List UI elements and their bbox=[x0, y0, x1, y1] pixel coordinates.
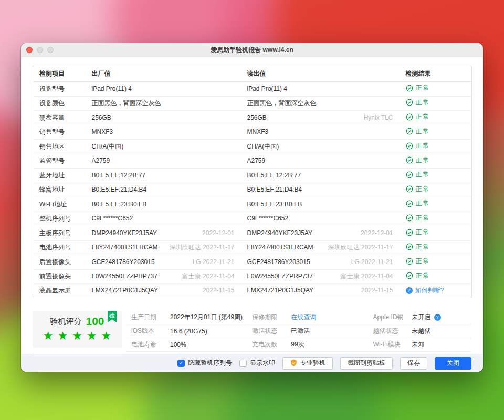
result-label: 正常 bbox=[416, 84, 430, 92]
score-box: 验 验机评分100 ★★★★★ bbox=[33, 311, 122, 348]
report-window: 爱思助手验机报告 www.i4.cn 检测项目 出厂值 读出值 检测结果 设备型… bbox=[21, 43, 483, 372]
summary-value: 未开启 bbox=[412, 313, 431, 322]
result-label: 正常 bbox=[416, 243, 430, 251]
check-circle-icon bbox=[406, 243, 413, 250]
hide-serial-toggle[interactable]: 隐藏整机序列号 bbox=[177, 359, 232, 368]
result-normal: 正常 bbox=[406, 128, 430, 135]
item-label: 销售型号 bbox=[39, 128, 65, 135]
factory-value: F0W24550FZZPRP737 bbox=[92, 272, 158, 280]
summary-value: 99次 bbox=[291, 340, 304, 349]
check-circle-icon bbox=[406, 99, 413, 106]
pro-check-button[interactable]: 专业验机 bbox=[282, 357, 333, 370]
minimize-window-button[interactable] bbox=[37, 47, 43, 53]
table-row: 后置摄像头GCF2481786Y203015LG 2022-11-21GCF24… bbox=[33, 255, 472, 270]
result-label: 正常 bbox=[416, 171, 430, 178]
result-label: 正常 bbox=[416, 228, 430, 236]
result-how-to-judge-link[interactable]: ?如何判断? bbox=[406, 287, 444, 295]
hide-serial-checkbox[interactable] bbox=[177, 360, 185, 367]
item-label: 主板序列号 bbox=[39, 229, 71, 237]
table-header-row: 检测项目 出厂值 读出值 检测结果 bbox=[33, 66, 472, 82]
screenshot-label: 截图到剪贴板 bbox=[348, 359, 385, 368]
result-label: 正常 bbox=[416, 214, 430, 222]
pro-shield-badge-icon bbox=[290, 359, 298, 367]
item-label: 电池序列号 bbox=[39, 244, 71, 251]
item-label: 后置摄像头 bbox=[39, 258, 71, 266]
read-value: B0:E5:EF:12:2B:77 bbox=[247, 172, 301, 180]
report-content: 检测项目 出厂值 读出值 检测结果 设备型号iPad Pro(11) 4iPad… bbox=[21, 57, 483, 372]
check-circle-icon bbox=[406, 113, 413, 121]
result-label: 正常 bbox=[416, 99, 430, 107]
zoom-window-button[interactable] bbox=[47, 47, 54, 53]
read-value: A2759 bbox=[247, 157, 266, 165]
read-value: GCF2481786Y203015 bbox=[247, 258, 310, 266]
item-label: 前置摄像头 bbox=[39, 272, 71, 280]
window-title: 爱思助手验机报告 www.i4.cn bbox=[211, 46, 293, 55]
table-row: 电池序列号F8Y247400TS1LRCAM深圳欣旺达 2022-11-17F8… bbox=[33, 240, 472, 255]
table-row: 设备型号iPad Pro(11) 4iPad Pro(11) 4正常 bbox=[33, 82, 472, 97]
col-header-item: 检测项目 bbox=[33, 66, 86, 82]
factory-value: GCF2481786Y203015 bbox=[92, 258, 155, 266]
report-table: 检测项目 出厂值 读出值 检测结果 设备型号iPad Pro(11) 4iPad… bbox=[33, 66, 472, 297]
close-button[interactable]: 关闭 bbox=[435, 357, 471, 370]
close-window-button[interactable] bbox=[26, 47, 33, 53]
check-circle-icon bbox=[406, 85, 413, 92]
watermark-checkbox[interactable] bbox=[239, 360, 247, 367]
result-normal: 正常 bbox=[406, 142, 430, 150]
read-value: iPad Pro(11) 4 bbox=[247, 85, 287, 93]
summary-value: 未越狱 bbox=[412, 327, 431, 335]
result-normal: 正常 bbox=[406, 185, 430, 193]
factory-value: B0:E5:EF:12:2B:77 bbox=[92, 172, 146, 180]
factory-value: MNXF3 bbox=[92, 128, 113, 136]
summary-value: 16.6 (20G75) bbox=[170, 328, 207, 335]
window-titlebar: 爱思助手验机报告 www.i4.cn bbox=[21, 43, 483, 57]
factory-value: F8Y247400TS1LRCAM bbox=[92, 244, 158, 251]
item-label: 监管型号 bbox=[39, 157, 65, 164]
table-row: 销售地区CH/A(中国)CH/A(中国)正常 bbox=[33, 140, 472, 154]
table-row: 硬盘容量256GB256GBHynix TLC正常 bbox=[33, 111, 472, 125]
watermark-toggle[interactable]: 显示水印 bbox=[239, 359, 275, 368]
check-circle-icon bbox=[406, 142, 413, 150]
table-row: Wi-Fi地址B0:E5:EF:23:B0:FBB0:E5:EF:23:B0:F… bbox=[33, 197, 472, 212]
col-header-result: 检测结果 bbox=[400, 66, 472, 82]
save-button[interactable]: 保存 bbox=[400, 357, 427, 370]
summary-cell: 充电次数99次 bbox=[247, 338, 368, 352]
result-normal: 正常 bbox=[406, 171, 430, 178]
screenshot-to-clipboard-button[interactable]: 截图到剪贴板 bbox=[340, 357, 393, 370]
summary-cell: 保修期限在线查询 bbox=[247, 311, 368, 324]
summary-value-link[interactable]: 在线查询 bbox=[291, 313, 316, 322]
watermark-label: 显示水印 bbox=[250, 359, 275, 368]
check-circle-icon bbox=[406, 156, 413, 164]
check-circle-icon bbox=[406, 128, 413, 135]
table-row: 前置摄像头F0W24550FZZPRP737富士康 2022-11-04F0W2… bbox=[33, 269, 472, 284]
result-normal: 正常 bbox=[406, 99, 430, 107]
factory-note: 2022-11-15 bbox=[203, 287, 235, 295]
help-icon[interactable]: ? bbox=[434, 314, 441, 321]
result-label: 正常 bbox=[416, 128, 430, 135]
read-value: CH/A(中国) bbox=[247, 143, 279, 151]
check-circle-icon bbox=[406, 200, 413, 207]
col-header-factory-value: 出厂值 bbox=[86, 66, 241, 82]
read-value: FMX24721P0G1J5QAY bbox=[247, 287, 314, 295]
summary-value: 100% bbox=[170, 341, 186, 349]
footer-toolbar: 隐藏整机序列号 显示水印 专业验机 截图到剪贴板 保存 关闭 bbox=[21, 354, 483, 372]
summary-label: iOS版本 bbox=[131, 327, 164, 335]
read-value: C9L******C652 bbox=[247, 215, 289, 223]
result-label: 正常 bbox=[416, 113, 430, 121]
check-circle-icon bbox=[406, 258, 413, 265]
table-row: 液晶显示屏FMX24721P0G1J5QAY2022-11-15FMX24721… bbox=[33, 284, 472, 297]
factory-value: FMX24721P0G1J5QAY bbox=[92, 287, 159, 295]
factory-value: 正面黑色，背面深空灰色 bbox=[92, 99, 161, 107]
check-circle-icon bbox=[406, 229, 413, 236]
table-row: 蜂窝地址B0:E5:EF:21:D4:B4B0:E5:EF:21:D4:B4正常 bbox=[33, 183, 472, 197]
factory-value: C9L******C652 bbox=[92, 215, 133, 223]
summary-cell: 激活状态已激活 bbox=[247, 324, 368, 338]
summary-label: Wi-Fi模块 bbox=[373, 340, 406, 349]
result-label: 如何判断? bbox=[415, 287, 444, 295]
pro-check-label: 专业验机 bbox=[300, 359, 326, 368]
factory-note: LG 2022-11-21 bbox=[193, 258, 235, 266]
hide-serial-label: 隐藏整机序列号 bbox=[188, 359, 232, 368]
summary-label: Apple ID锁 bbox=[373, 313, 406, 322]
table-row: 销售型号MNXF3MNXF3正常 bbox=[33, 125, 472, 140]
result-label: 正常 bbox=[416, 156, 430, 164]
score-value: 100 bbox=[86, 315, 104, 327]
